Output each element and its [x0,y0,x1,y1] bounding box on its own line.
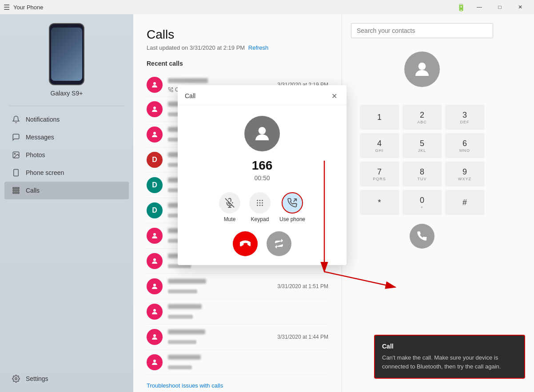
dial-call-button[interactable] [410,224,434,249]
calls-title: Calls [147,28,328,42]
dialog-title-bar: Call ✕ [178,85,347,105]
call-item[interactable] [147,350,328,375]
dial-key-4[interactable]: 4 GHI [360,133,399,158]
avatar [147,354,163,370]
minimize-button[interactable]: — [469,0,490,14]
dialog-number: 166 [252,158,273,173]
avatar [147,304,163,320]
svg-point-19 [153,258,156,261]
dialog-timer: 00:50 [254,174,270,182]
mute-icon [219,192,240,214]
settings-label: Settings [26,375,48,382]
use-phone-button[interactable]: Use phone [279,192,305,222]
dialog-close-button[interactable]: ✕ [329,91,339,101]
sidebar-item-notifications[interactable]: Notifications [4,111,129,128]
sidebar-item-calls[interactable]: Calls [4,182,129,199]
calls-label: Calls [26,187,40,194]
dial-key-6[interactable]: 6 MNO [445,133,484,158]
photo-icon [12,150,20,159]
transfer-button[interactable] [267,231,291,256]
sidebar-item-messages[interactable]: Messages [4,128,129,146]
keypad-button[interactable]: Keypad [249,192,271,222]
dial-key-1[interactable]: 1 [360,105,399,130]
dial-key-8[interactable]: 8 TUV [402,162,442,186]
avatar [147,253,163,269]
sidebar-bottom: Settings [0,365,133,392]
dial-key-hash[interactable]: # [445,190,484,215]
dial-key-3[interactable]: 3 DEF [445,105,484,130]
mute-button[interactable]: Mute [219,192,240,222]
sidebar-divider [9,106,124,106]
dial-key-5[interactable]: 5 JKL [402,133,442,158]
sidebar-item-photos[interactable]: Photos [4,146,129,164]
search-input[interactable] [351,23,493,38]
svg-line-38 [294,199,296,202]
calls-subtitle: Last updated on 3/31/2020 at 2:19 PM Ref… [147,44,328,51]
svg-rect-10 [13,192,14,194]
svg-point-29 [257,200,258,201]
error-toast-text: Can't make the call. Make sure your devi… [382,353,517,371]
svg-point-18 [153,233,156,236]
maximize-button[interactable]: □ [490,0,510,14]
svg-point-1 [14,153,15,154]
search-box [351,23,493,38]
end-call-button[interactable] [233,231,258,256]
svg-point-22 [153,334,156,337]
call-item[interactable]: 3/31/2020 at 1:51 PM [147,274,328,299]
contact-avatar-large [404,51,440,87]
svg-point-17 [153,132,156,135]
svg-point-23 [153,360,156,362]
dial-key-7[interactable]: 7 PQRS [360,162,399,186]
svg-rect-9 [18,190,19,191]
svg-point-37 [262,205,263,206]
recent-calls-label: Recent calls [147,60,328,67]
call-dialog: Call ✕ 166 00:50 [178,85,347,265]
mute-label: Mute [224,216,236,222]
dial-key-2[interactable]: 2 ABC [402,105,442,130]
bell-icon [12,115,20,124]
troubleshoot-link[interactable]: Troubleshoot issues with calls [147,382,223,389]
use-phone-icon [282,192,303,214]
use-phone-label: Use phone [279,216,305,222]
call-item[interactable]: 3/31/2020 at 1:44 PM [147,325,328,350]
avatar [147,127,163,143]
window-controls: — □ ✕ [469,0,530,14]
device-image [49,23,84,85]
svg-point-14 [153,82,156,85]
dialog-title: Call [185,92,195,99]
call-info [168,353,328,371]
svg-rect-6 [18,187,19,189]
svg-point-25 [259,127,266,135]
phone-screen-label: Phone screen [26,169,64,176]
close-button[interactable]: ✕ [510,0,530,14]
avatar: D [147,152,163,168]
title-bar: ☰ Your Phone 🔋 — □ ✕ [0,0,534,14]
svg-rect-4 [13,187,14,189]
svg-point-33 [259,202,261,204]
svg-point-31 [262,200,263,201]
device-name: Galaxy S9+ [51,90,83,97]
dial-key-star[interactable]: * [360,190,399,215]
hamburger-icon[interactable]: ☰ [4,3,10,12]
sidebar-item-settings[interactable]: Settings [4,370,129,388]
error-toast: Call Can't make the call. Make sure your… [374,335,525,379]
main-content: Calls Last updated on 3/31/2020 at 2:19 … [133,14,534,392]
keypad-icon [249,192,271,214]
dial-key-0[interactable]: 0 + [402,190,442,215]
sidebar: Galaxy S9+ Notifications [0,14,133,392]
calls-icon [12,186,20,195]
refresh-link[interactable]: Refresh [248,44,269,51]
call-time: 3/31/2020 at 1:44 PM [277,334,328,340]
app-title: Your Phone [13,4,457,11]
avatar: D [147,202,163,218]
notifications-label: Notifications [26,116,60,123]
dialog-actions: Mute Keypad [187,192,338,222]
svg-rect-11 [16,192,17,194]
avatar [147,101,163,117]
sidebar-item-phone-screen[interactable]: Phone screen [4,164,129,182]
dial-key-9[interactable]: 9 WXYZ [445,162,484,186]
svg-point-21 [153,309,156,312]
dialog-body: 166 00:50 [178,105,347,265]
battery-icon: 🔋 [457,3,466,12]
call-item[interactable] [147,299,328,325]
